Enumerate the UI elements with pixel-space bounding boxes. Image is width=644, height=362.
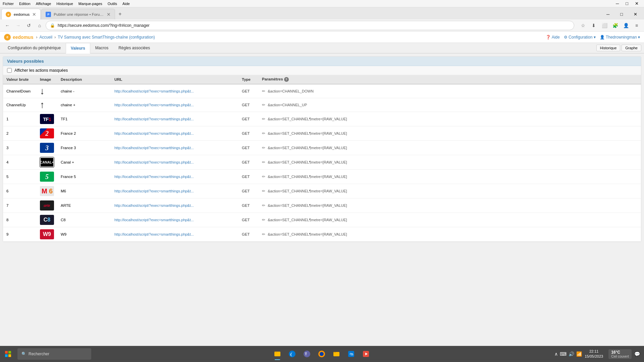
taskbar-store-app[interactable]: 🛍	[344, 347, 358, 361]
tray-expand-icon[interactable]: ∧	[554, 351, 558, 357]
edit-params-icon[interactable]: ✏	[262, 145, 265, 150]
breadcrumb-device[interactable]: TV Samsung avec SmartThings-chaîne (conf…	[58, 35, 155, 40]
tab-config-peripherique[interactable]: Configuration du périphérique	[3, 43, 66, 53]
notification-icon[interactable]: 💬	[634, 351, 640, 357]
taskbar-apps: T 🛍	[93, 347, 550, 361]
filter-label: Afficher les actions masquées	[14, 68, 68, 73]
edit-params-icon[interactable]: ✏	[262, 218, 265, 222]
home-button[interactable]: ⌂	[35, 21, 44, 30]
tab-layout-button[interactable]: ⬜	[600, 21, 609, 30]
tab1-close[interactable]: ✕	[32, 12, 36, 17]
browser-close-button[interactable]: ✕	[628, 8, 643, 20]
row-type: GET	[238, 213, 259, 227]
row-image: ↑	[37, 98, 57, 112]
keyboard-icon[interactable]: ⌨	[560, 351, 567, 357]
taskbar-files-app[interactable]	[271, 347, 284, 361]
edit-params-icon[interactable]: ✏	[262, 203, 265, 208]
minimize-button[interactable]: ─	[613, 0, 622, 7]
browser-window-controls[interactable]: ─ □ ✕	[601, 8, 643, 20]
browser-chrome: e eedomus ✕ P Publier une réponse • Foru…	[0, 7, 644, 32]
refresh-button[interactable]: ↺	[24, 21, 34, 30]
tab-valeurs[interactable]: Valeurs	[66, 43, 90, 54]
menu-marque-pages[interactable]: Marque-pages	[78, 2, 102, 6]
address-bar[interactable]: 🔒 https://secure.eedomus.com/?lng=fr#ico…	[46, 21, 574, 30]
menu-outils[interactable]: Outils	[108, 2, 117, 6]
help-link[interactable]: ❓ Aide	[546, 35, 560, 40]
download-button[interactable]: ⬇	[589, 21, 598, 30]
files-icon	[273, 350, 281, 358]
edit-params-icon[interactable]: ✏	[262, 117, 265, 121]
clock[interactable]: 22:11 15/05/2023	[585, 349, 603, 359]
window-controls[interactable]: ─ □ ✕	[613, 0, 641, 7]
row-type: GET	[238, 170, 259, 184]
taskbar-search[interactable]: 🔍 Rechercher	[17, 348, 91, 360]
windows-logo-icon	[5, 351, 11, 357]
menu-fichier[interactable]: Fichier	[3, 2, 14, 6]
taskbar-media-app[interactable]	[359, 347, 373, 361]
row-description: W9	[57, 227, 111, 242]
tab2-title: Publier une réponse • Forum ee...	[54, 12, 104, 16]
browser-menu-button[interactable]: ≡	[632, 21, 641, 30]
maximize-button[interactable]: □	[623, 0, 631, 7]
close-button[interactable]: ✕	[632, 0, 641, 7]
edit-params-icon[interactable]: ✏	[262, 89, 265, 94]
tab-macros[interactable]: Macros	[90, 43, 113, 53]
params-help-icon[interactable]: ?	[284, 77, 289, 82]
menu-affichage[interactable]: Affichage	[36, 2, 51, 6]
svg-text:6: 6	[49, 187, 53, 195]
row-actions	[359, 141, 641, 155]
edit-params-icon[interactable]: ✏	[262, 103, 265, 107]
app-bar-right: ❓ Aide ⚙ Configuration ▾ 👤 Thedrowningma…	[546, 35, 640, 40]
extensions-button[interactable]: 🧩	[610, 21, 620, 30]
edit-params-icon[interactable]: ✏	[262, 232, 265, 237]
weather-desc: Ciel couvert	[611, 355, 629, 358]
config-link[interactable]: ⚙ Configuration ▾	[564, 35, 596, 40]
breadcrumb-accueil[interactable]: Accueil	[39, 35, 52, 40]
taskbar-explorer-app[interactable]	[330, 347, 343, 361]
row-image: M6	[37, 184, 57, 198]
edit-params-icon[interactable]: ✏	[262, 131, 265, 136]
row-params: ✏ &action=SET_CHANNEL¶metre=[RAW_VALUE]	[259, 155, 359, 170]
profile-button[interactable]: 👤	[621, 21, 631, 30]
volume-icon[interactable]: 🔊	[569, 351, 574, 357]
edit-params-icon[interactable]: ✏	[262, 174, 265, 179]
col-header-image: Image	[37, 75, 57, 84]
row-type: GET	[238, 198, 259, 213]
bookmark-button[interactable]: ☆	[578, 21, 588, 30]
edit-params-icon[interactable]: ✏	[262, 160, 265, 165]
table-row: 2 2 France 2 http://localhost/script/?ex…	[3, 126, 641, 141]
filter-checkbox[interactable]	[7, 68, 12, 73]
tab-regles-associees[interactable]: Règles associées	[113, 43, 155, 53]
row-type: GET	[238, 126, 259, 141]
menu-historique[interactable]: Historique	[56, 2, 73, 6]
browser-maximize-button[interactable]: □	[615, 8, 628, 20]
menu-bar[interactable]: Fichier Edition Affichage Historique Mar…	[3, 2, 130, 6]
taskbar-edge-app[interactable]	[285, 347, 299, 361]
table-row: 6 M6 M6 http://localhost/script/?exec=sm…	[3, 184, 641, 198]
app-logo[interactable]: e eedomus	[4, 34, 33, 41]
row-params: ✏ &action=CHANNEL_UP	[259, 98, 359, 112]
forward-button[interactable]: →	[13, 21, 23, 30]
table-row: 5 5 France 5 http://localhost/script/?ex…	[3, 170, 641, 184]
network-icon[interactable]: 📶	[576, 351, 582, 357]
back-button[interactable]: ←	[3, 21, 12, 30]
tab1-title: eedomus	[14, 12, 30, 16]
taskbar-firefox-app[interactable]	[315, 347, 328, 361]
tab-forum[interactable]: P Publier une réponse • Forum ee... ✕	[41, 9, 115, 19]
logo-text: eedomus	[13, 35, 33, 40]
france2-logo: 2	[40, 128, 54, 138]
user-link[interactable]: 👤 Thedrowningman ▾	[600, 35, 640, 40]
taskbar-teams-app[interactable]: T	[300, 347, 314, 361]
start-button[interactable]	[0, 346, 16, 362]
menu-edition[interactable]: Edition	[19, 2, 31, 6]
menu-aide[interactable]: Aide	[122, 2, 130, 6]
historique-button[interactable]: Historique	[596, 45, 621, 51]
tab2-close[interactable]: ✕	[107, 12, 111, 17]
tab-eedomus[interactable]: e eedomus ✕	[1, 9, 41, 19]
row-actions	[359, 155, 641, 170]
table-header-row: Valeur brute Image Description URL Type …	[3, 75, 641, 84]
browser-minimize-button[interactable]: ─	[601, 8, 615, 20]
graphe-button[interactable]: Graphe	[622, 45, 641, 51]
edit-params-icon[interactable]: ✏	[262, 189, 265, 193]
new-tab-button[interactable]: +	[116, 10, 124, 18]
